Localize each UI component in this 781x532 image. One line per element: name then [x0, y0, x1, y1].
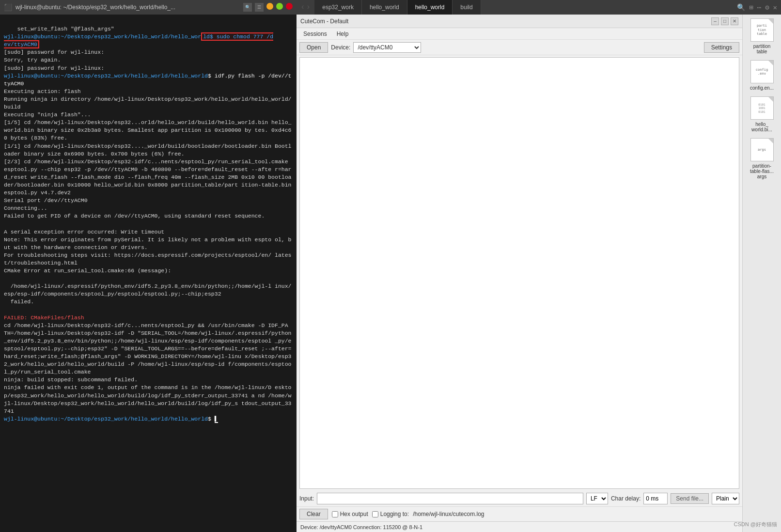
- terminal-search-btn[interactable]: 🔍: [243, 3, 252, 12]
- file-item-config-env[interactable]: config.env config.en...: [745, 60, 779, 91]
- cutecom-title: CuteCom - Default: [300, 18, 348, 25]
- split-editor-icon[interactable]: ⊞: [749, 3, 753, 12]
- terminal-minimize-btn[interactable]: –: [266, 3, 273, 10]
- cutecom-window: CuteCom - Default – □ ✕ Sessions Help Op…: [297, 15, 781, 532]
- cutecom-close-btn[interactable]: ✕: [731, 17, 738, 25]
- cutecom-bottom-controls: Clear Hex output Logging to: /home/wjl-l…: [297, 506, 742, 521]
- sendfile-button[interactable]: Send file...: [671, 493, 709, 504]
- tab-esp32-work[interactable]: esp32_work: [314, 0, 362, 15]
- menu-sessions[interactable]: Sessions: [298, 30, 332, 38]
- tab-hello-world-1[interactable]: hello_world: [362, 0, 407, 15]
- file-icon-partition-table: partitiontable: [750, 18, 774, 42]
- lf-select[interactable]: LF: [586, 493, 608, 504]
- cutecom-statusbar: Device: /dev/ttyACM0 Connection: 115200 …: [297, 521, 742, 532]
- logging-checkbox[interactable]: [372, 511, 378, 517]
- hex-output-checkbox[interactable]: [332, 511, 338, 517]
- search-icon[interactable]: 🔍: [737, 3, 745, 12]
- vscode-tabs: esp32_work hello_world hello_world build: [314, 0, 733, 15]
- cutecom-titlebar: CuteCom - Default – □ ✕: [297, 15, 742, 28]
- chardelay-input[interactable]: [643, 493, 668, 504]
- tab-build[interactable]: build: [453, 0, 481, 15]
- file-label-hello-world-bin: hello_world.bi...: [751, 122, 772, 132]
- nav-forward-icon[interactable]: ›: [306, 3, 311, 12]
- input-label: Input:: [299, 495, 314, 502]
- tab-hello-world-2[interactable]: hello_world: [407, 0, 453, 15]
- file-item-hello-world-bin[interactable]: 010110010101 hello_world.bi...: [745, 96, 779, 132]
- settings-icon[interactable]: ⚙: [765, 3, 769, 12]
- nav-arrows: ‹ ›: [297, 3, 314, 12]
- file-icon-config-env: config.env: [750, 60, 774, 83]
- file-item-partition-flash-args[interactable]: args partition-table-flas...args: [745, 138, 779, 179]
- file-label-partition-flash-args: partition-table-flas...args: [750, 163, 774, 179]
- status-text: Device: /dev/ttyACM0 Connection: 115200 …: [300, 524, 422, 530]
- logging-checkbox-label[interactable]: Logging to:: [372, 511, 409, 517]
- nav-back-icon[interactable]: ‹: [300, 3, 305, 12]
- file-label-partition-table: partitiontable: [753, 44, 771, 54]
- menu-help[interactable]: Help: [332, 30, 354, 38]
- cutecom-window-controls: – □ ✕: [711, 17, 738, 25]
- vscode-top-icons: 🔍 ⊞ ⋯ ⚙ ✕: [733, 3, 781, 12]
- open-button[interactable]: Open: [299, 42, 328, 53]
- settings-button[interactable]: Settings: [704, 42, 739, 53]
- cutecom-maximize-btn[interactable]: □: [721, 17, 729, 25]
- input-field[interactable]: [317, 493, 583, 504]
- terminal-icon: ⬛: [4, 3, 12, 11]
- terminal-panel: ⬛ wjl-linux@ubuntu: ~/Desktop/esp32_work…: [0, 0, 297, 532]
- close-editor-icon[interactable]: ✕: [773, 3, 777, 12]
- terminal-maximize-btn[interactable]: □: [276, 3, 283, 10]
- terminal-content[interactable]: set_write_flash "@flash_args" wjl-linux@…: [0, 15, 297, 532]
- plain-select[interactable]: Plain: [712, 493, 739, 504]
- vscode-topbar: ‹ › esp32_work hello_world hello_world b…: [297, 0, 781, 15]
- cutecom-output: [299, 57, 739, 489]
- file-item-partition-table[interactable]: partitiontable partitiontable: [745, 18, 779, 54]
- file-icon-partition-flash-args: args: [750, 138, 774, 161]
- clear-button[interactable]: Clear: [299, 509, 328, 519]
- cutecom-input-row: Input: LF Char delay: Send file... Plain: [297, 491, 742, 506]
- file-sidebar: partitiontable partitiontable config.env…: [742, 15, 781, 532]
- more-actions-icon[interactable]: ⋯: [757, 3, 761, 12]
- cutecom-toolbar: Open Device: /dev/ttyACM0 Settings: [297, 40, 742, 55]
- device-label: Device:: [331, 44, 350, 51]
- device-select[interactable]: /dev/ttyACM0: [353, 42, 421, 53]
- cutecom-menubar: Sessions Help: [297, 28, 742, 40]
- hex-output-label[interactable]: Hex output: [332, 511, 368, 517]
- logging-to-label: Logging to:: [380, 511, 409, 517]
- terminal-titlebar: ⬛ wjl-linux@ubuntu: ~/Desktop/esp32_work…: [0, 0, 297, 15]
- file-label-config-env: config.en...: [750, 85, 774, 91]
- cutecom-minimize-btn[interactable]: –: [711, 17, 719, 25]
- terminal-close-btn[interactable]: ✕: [286, 3, 293, 10]
- terminal-titlebar-actions: 🔍 ☰ – □ ✕: [243, 3, 293, 12]
- terminal-menu-btn[interactable]: ☰: [255, 3, 264, 12]
- terminal-title: wjl-linux@ubuntu: ~/Desktop/esp32_work/h…: [16, 4, 239, 11]
- file-icon-hello-world-bin: 010110010101: [750, 96, 774, 120]
- log-path: /home/wjl-linux/cutecom.log: [413, 511, 484, 517]
- chardelay-label: Char delay:: [611, 495, 640, 502]
- right-area: ‹ › esp32_work hello_world hello_world b…: [297, 0, 781, 532]
- cutecom-main: CuteCom - Default – □ ✕ Sessions Help Op…: [297, 15, 742, 532]
- watermark: CSDN @好奇猫猫: [734, 521, 777, 528]
